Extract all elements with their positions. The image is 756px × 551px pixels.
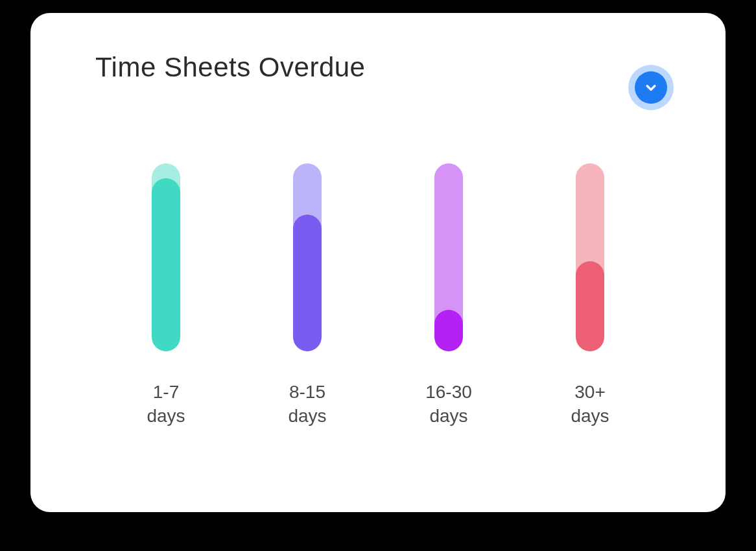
bar-fill — [293, 215, 322, 352]
bar-label-top: 1-7 — [147, 381, 185, 404]
bar-label-top: 16-30 — [425, 381, 472, 404]
dropdown-button[interactable] — [628, 65, 674, 110]
card-header: Time Sheets Overdue — [95, 52, 687, 110]
bar-label: 1-7 days — [147, 381, 185, 428]
bar-group-30plus: 30+ days — [545, 163, 635, 428]
bar-label-bottom: days — [288, 404, 326, 428]
dropdown-inner — [635, 71, 667, 104]
bar-group-8-15: 8-15 days — [262, 163, 353, 428]
bar-label-bottom: days — [571, 404, 609, 428]
bar-track — [152, 163, 180, 351]
bar-group-1-7: 1-7 days — [121, 163, 211, 428]
bar-fill — [152, 178, 180, 351]
bar-fill — [576, 261, 604, 351]
bar-track — [293, 163, 322, 351]
bar-label: 8-15 days — [288, 381, 326, 428]
bar-group-16-30: 16-30 days — [403, 163, 494, 428]
bar-label: 30+ days — [571, 381, 609, 428]
bars-container: 1-7 days 8-15 days 16-30 days — [95, 156, 687, 428]
card-title: Time Sheets Overdue — [95, 52, 365, 83]
bar-track — [434, 163, 463, 351]
bar-label-top: 30+ — [571, 381, 609, 404]
bar-label-bottom: days — [425, 404, 472, 428]
overdue-timesheets-card: Time Sheets Overdue 1-7 days 8-1 — [30, 13, 726, 512]
bar-fill — [434, 310, 463, 351]
bar-track — [576, 163, 604, 351]
bar-label-top: 8-15 — [288, 381, 326, 404]
bar-label: 16-30 days — [425, 381, 472, 428]
chevron-down-icon — [644, 81, 657, 94]
bar-label-bottom: days — [147, 404, 185, 428]
